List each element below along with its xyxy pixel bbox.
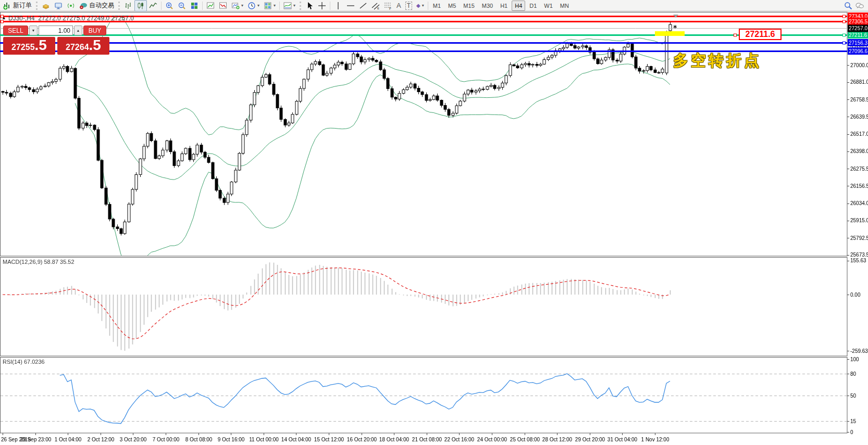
dropdown-arrow-icon: ▾ [274, 4, 276, 8]
sell-price-main: 27255 [11, 39, 35, 56]
vertical-line-icon [334, 2, 342, 10]
arrows-tool-button[interactable]: ◆ ▾ [414, 0, 426, 11]
crosshair-button[interactable] [316, 0, 328, 11]
buy-price-pip: .5 [89, 37, 101, 53]
zoom-in-button[interactable] [163, 0, 176, 11]
tf-H1[interactable]: H1 [497, 1, 511, 11]
svg-text:F: F [389, 6, 391, 10]
tf-M30[interactable]: M30 [479, 1, 496, 11]
history-book-icon [42, 2, 50, 10]
autotrade-label: 自动交易 [89, 1, 114, 10]
tf-M1[interactable]: M1 [430, 1, 444, 11]
crosshair-icon [318, 2, 326, 10]
tile-windows-button[interactable] [188, 0, 201, 11]
buy-price-box[interactable]: 27264.5 [57, 37, 109, 55]
tile-windows-icon [190, 2, 199, 10]
text-label-icon: T [405, 2, 412, 10]
toolbar-separator [161, 2, 162, 10]
equidistant-channel-icon: E [371, 2, 380, 10]
line-style-button[interactable]: ▾ [281, 0, 297, 11]
sell-button[interactable]: SELL [3, 26, 28, 35]
macd-indicator-label: MACD(12,26,9) 58.87 35.52 [3, 259, 75, 265]
dropdown-arrow-icon: ▾ [293, 4, 295, 8]
trendline-tool-button[interactable] [357, 0, 369, 11]
tf-W1[interactable]: W1 [541, 1, 556, 11]
cursor-button[interactable] [303, 0, 316, 11]
history-center-button[interactable] [40, 0, 52, 11]
chart-up-arrow-icon [206, 2, 215, 10]
tf-M15[interactable]: M15 [460, 1, 477, 11]
new-order-label: 新订单 [13, 1, 32, 10]
zoom-out-icon [178, 2, 186, 10]
text-tool-icon: A [396, 2, 401, 9]
symbol-ohlc-header: DJ30-,H4 27272.0 27275.0 27249.0 27257.0 [8, 15, 134, 22]
toolbar-grip [118, 2, 120, 10]
toolbar-separator [202, 2, 203, 10]
template-grid-icon [264, 2, 272, 10]
fibonacci-tool-button[interactable]: F [382, 0, 394, 11]
candle-chart-mode-button[interactable] [134, 0, 147, 11]
tf-H4[interactable]: H4 [512, 1, 525, 11]
autotrade-icon [79, 2, 88, 10]
line-chart-mode-button[interactable] [147, 0, 159, 11]
volume-field[interactable]: 1.00 [39, 26, 73, 35]
channel-tool-button[interactable]: E [369, 0, 382, 11]
candlestick-icon [137, 2, 145, 10]
text-tool-button[interactable]: A [394, 0, 403, 11]
label-tool-button[interactable]: T [403, 0, 414, 11]
zoom-out-button[interactable] [176, 0, 188, 11]
timeframe-bar: M1M5M15M30H1H4D1W1MN [430, 1, 572, 11]
periods-button[interactable]: ▾ [245, 0, 262, 11]
tf-D1[interactable]: D1 [526, 1, 540, 11]
fibonacci-icon: F [384, 2, 392, 10]
add-indicator-icon [231, 2, 240, 10]
signal-icon [67, 2, 75, 10]
buy-button[interactable]: BUY [83, 26, 106, 35]
zoom-in-icon [165, 2, 173, 10]
toolbar-grip [300, 2, 301, 10]
chat-icon[interactable] [855, 2, 864, 10]
terminal-button[interactable] [52, 0, 65, 11]
price-annotation-tag[interactable]: 27211.6 [739, 29, 782, 40]
signals-button[interactable] [65, 0, 77, 11]
hline-tool-button[interactable] [344, 0, 357, 11]
toolbar: 新订单 自动交易 [0, 0, 868, 11]
vline-tool-button[interactable] [332, 0, 344, 11]
new-order-icon [3, 2, 11, 10]
autotrade-button[interactable]: 自动交易 [77, 0, 116, 11]
sell-price-pip: .5 [35, 37, 47, 53]
indicators-button[interactable]: ▾ [229, 0, 245, 11]
dropdown-arrow-icon: ▾ [257, 4, 259, 8]
dropdown-arrow-icon: ▾ [241, 4, 243, 8]
rsi-indicator-label: RSI(14) 67.0236 [3, 359, 45, 365]
toolbar-grip [36, 2, 38, 10]
toolbar-separator [330, 2, 330, 10]
buy-price-main: 27264 [66, 39, 89, 56]
toolbar-separator [428, 2, 428, 10]
line-style-preview-icon [283, 2, 292, 10]
toolbar-separator [279, 2, 280, 10]
clock-icon [247, 2, 256, 10]
chinese-annotation-text: 多空转折点 [673, 50, 762, 71]
one-click-trade-panel: SELL ▼ 1.00 ▲ BUY 27255.5 27264.5 [3, 26, 109, 55]
svg-text:E: E [377, 7, 379, 10]
volume-down-button[interactable]: ▼ [29, 26, 38, 35]
volume-up-button[interactable]: ▲ [74, 26, 82, 35]
tf-M5[interactable]: M5 [445, 1, 459, 11]
trendline-icon [359, 2, 367, 10]
panel-collapse-arrow[interactable]: ▲ [2, 15, 6, 20]
bar-chart-mode-button[interactable] [122, 0, 134, 11]
tf-MN[interactable]: MN [557, 1, 572, 11]
templates-button[interactable]: ▾ [262, 0, 278, 11]
profile-long-button[interactable] [204, 0, 217, 11]
dropdown-arrow-icon: ▾ [422, 4, 424, 8]
profile-short-button[interactable] [217, 0, 229, 11]
cursor-icon [305, 2, 314, 10]
line-chart-icon [149, 2, 157, 10]
search-icon[interactable] [844, 2, 852, 10]
sell-price-box[interactable]: 27255.5 [3, 37, 55, 55]
new-order-button[interactable]: 新订单 [1, 0, 34, 11]
chart-down-arrow-icon [219, 2, 227, 10]
horizontal-line-icon [346, 2, 355, 10]
shapes-icon: ◆ [416, 3, 420, 8]
